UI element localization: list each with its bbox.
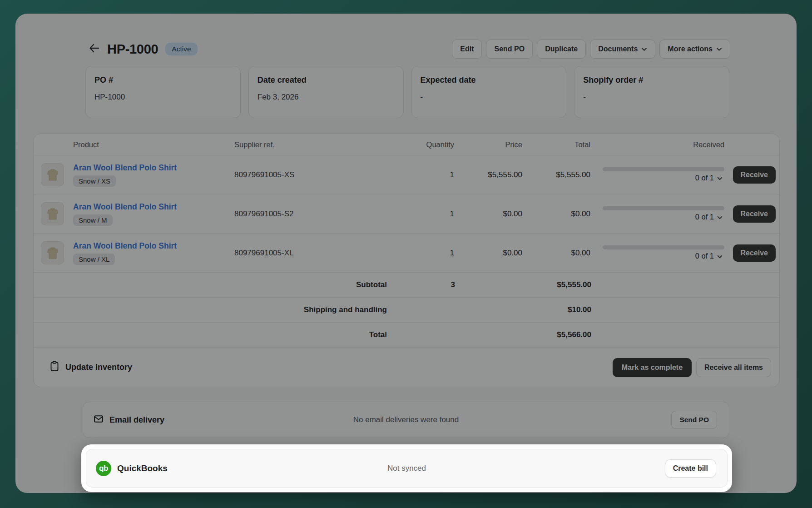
create-bill-button[interactable]: Create bill [665, 459, 716, 478]
quickbooks-sync-status: Not synced [387, 464, 426, 473]
dim-overlay [0, 0, 812, 508]
quickbooks-name: QuickBooks [117, 463, 168, 473]
quickbooks-logo-icon: qb [96, 461, 111, 476]
quickbooks-card: qb QuickBooks Not synced Create bill [86, 449, 728, 488]
quickbooks-highlight-ring: qb QuickBooks Not synced Create bill [81, 444, 732, 492]
